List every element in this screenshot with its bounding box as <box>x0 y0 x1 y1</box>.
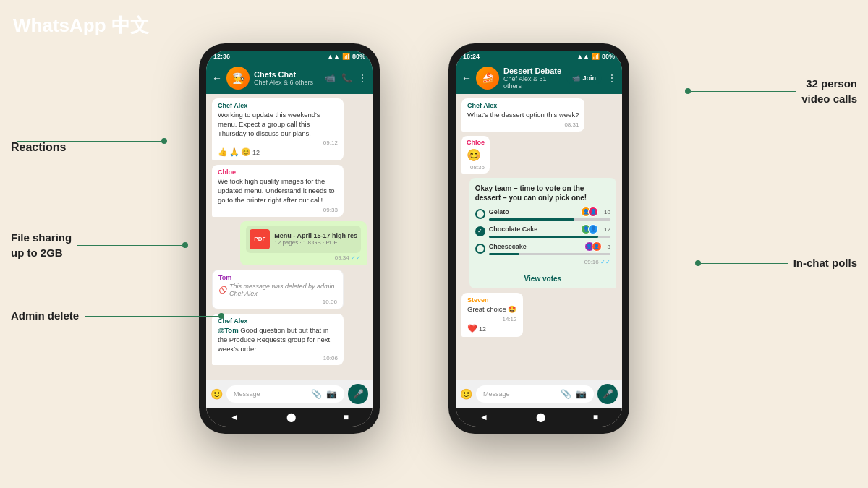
message-input-1[interactable]: Message 📎 📷 <box>226 385 344 403</box>
cheesecake-count: 3 <box>608 244 610 250</box>
cheesecake-label: Cheesecake <box>489 243 527 250</box>
admin-delete-label: Admin delete <box>11 309 79 322</box>
mic-btn-1[interactable]: 🎤 <box>348 384 368 404</box>
steven-reactions: ❤️ 12 <box>467 324 517 333</box>
msg-time-1: 09:12 <box>218 140 338 146</box>
poll-option-right-cheesecake: Cheesecake 👤 👤 3 <box>489 241 610 255</box>
avatar-chef-1: 👨‍🍳 <box>226 67 250 90</box>
choc-avatar-2: 👤 <box>588 224 598 234</box>
poll-option-row-gelato: Gelato 👤 👤 10 <box>489 207 610 217</box>
more-icon-2[interactable]: ⋮ <box>608 73 616 83</box>
square-nav-2[interactable]: ■ <box>593 412 598 422</box>
square-nav-1[interactable]: ■ <box>344 412 349 422</box>
home-nav-1[interactable]: ⬤ <box>286 412 296 422</box>
chocolate-bar-bg <box>489 236 610 238</box>
reaction-count-1: 12 <box>252 149 260 156</box>
chocolate-count: 12 <box>604 226 610 233</box>
input-placeholder-2: Message <box>483 390 510 398</box>
file-line <box>77 245 182 246</box>
deleted-time-1: 10:06 <box>218 299 337 305</box>
mention-tom: @Tom <box>218 326 239 334</box>
cheesecake-avatars: 👤 👤 <box>587 241 602 252</box>
deleted-text-1: 🚫 This message was deleted by admin Chef… <box>218 283 337 297</box>
message-input-2[interactable]: Message 📎 📷 <box>476 385 594 403</box>
sender-chef-alex-1: Chef Alex <box>218 102 338 109</box>
battery-2: 80% <box>602 53 615 60</box>
poll-option-gelato[interactable]: Gelato 👤 👤 10 <box>475 207 610 221</box>
file-sharing-label: File sharingup to 2GB <box>11 230 72 260</box>
deleted-content: This message was deleted by admin Chef A… <box>229 283 337 297</box>
back-nav-2[interactable]: ◄ <box>480 412 488 422</box>
home-nav-2[interactable]: ⬤ <box>536 412 545 422</box>
reaction-thumbs-1: 👍 <box>218 147 228 157</box>
back-nav-1[interactable]: ◄ <box>230 412 239 422</box>
steven-time: 14:12 <box>467 316 517 322</box>
chat-body-1: Chef Alex Working to update this weekend… <box>206 94 373 380</box>
back-arrow-1[interactable]: ← <box>212 72 222 84</box>
attach-icon-1[interactable]: 📎 <box>311 389 322 399</box>
poll-message: Okay team – time to vote on the dessert … <box>469 178 616 288</box>
gelato-avatar-2: 👤 <box>588 207 598 217</box>
join-button[interactable]: 📹 Join <box>566 72 602 84</box>
poll-option-right-chocolate: Chocolate Cake 👤 👤 12 <box>489 224 610 238</box>
nav-bar-2: ◄ ⬤ ■ <box>456 408 622 427</box>
chat-header-info-2: Dessert Debate Chef Alex & 31 others <box>503 67 562 90</box>
msg-text-chloe: We took high quality images for the upda… <box>218 177 338 205</box>
msg-text-q: What's the dessert option this week? <box>467 111 579 120</box>
phone-2: 16:24 ▲▲ 📶 80% ← 🍰 Dessert Debate Chef A… <box>448 43 629 434</box>
msg-text-1: Working to update this weekend's menu. E… <box>218 111 338 138</box>
view-votes-btn[interactable]: View votes <box>475 270 610 283</box>
file-info-1: Menu - April 15-17 high res 12 pages · 1… <box>274 232 357 246</box>
msg-time-chloe: 09:33 <box>218 207 338 213</box>
reaction-smile-1: 😊 <box>241 147 251 157</box>
chat-name-2: Dessert Debate <box>503 67 562 75</box>
emoji-icon-2[interactable]: 🙂 <box>460 388 472 400</box>
sender-chef-alex-q: Chef Alex <box>467 102 579 109</box>
sender-chloe-2: Chloe <box>467 139 485 146</box>
video-icon-join: 📹 <box>572 74 580 82</box>
attach-icon-2[interactable]: 📎 <box>561 389 571 399</box>
heart-count: 12 <box>479 325 486 333</box>
file-time-1: 09:34 <box>246 254 361 261</box>
camera-icon-2[interactable]: 📷 <box>576 389 587 399</box>
cheesecake-bar-bg <box>489 253 610 255</box>
chat-sub-1: Chef Alex & 6 others <box>254 79 320 86</box>
msg-time-reply: 10:06 <box>218 355 338 361</box>
gelato-bar-bg <box>489 218 610 221</box>
chat-header-info-1: Chefs Chat Chef Alex & 6 others <box>254 70 320 86</box>
chocolate-avatars: 👤 👤 <box>584 224 598 234</box>
status-icons-2: ▲▲ 📶 80% <box>576 53 615 60</box>
phone-2-screen: 16:24 ▲▲ 📶 80% ← 🍰 Dessert Debate Chef A… <box>456 51 622 427</box>
camera-icon-1[interactable]: 📷 <box>326 389 337 399</box>
poll-question: Okay team – time to vote on the dessert … <box>475 184 610 202</box>
phone-icon-1[interactable]: 📞 <box>341 73 352 83</box>
poll-option-chocolate[interactable]: ✓ Chocolate Cake 👤 👤 12 <box>475 224 610 238</box>
video-dot <box>685 88 691 94</box>
emoji-icon-1[interactable]: 🙂 <box>210 388 223 400</box>
back-arrow-2[interactable]: ← <box>461 72 472 84</box>
status-bar-2: 16:24 ▲▲ 📶 80% <box>456 51 622 62</box>
reactions-row-1: 👍 🙏 😊 12 <box>218 147 338 157</box>
sender-steven: Steven <box>467 296 517 304</box>
more-icon-1[interactable]: ⋮ <box>358 73 367 83</box>
reactions-line <box>17 141 161 142</box>
polls-dot <box>695 260 701 266</box>
mic-btn-2[interactable]: 🎤 <box>597 384 618 404</box>
polls-label: In-chat polls <box>793 257 857 269</box>
video-calls-label-container: 32 personvideo calls <box>801 76 857 106</box>
phone-1-screen: 12:36 ▲▲ 📶 80% ← 👨‍🍳 Chefs Chat Chef Ale… <box>206 51 373 427</box>
chocolate-bar <box>489 236 598 238</box>
gelato-avatars: 👤 👤 <box>584 207 598 217</box>
chat-sub-2: Chef Alex & 31 others <box>503 75 562 90</box>
chat-header-icons-2: 📹 Join ⋮ <box>566 72 616 84</box>
watermark: WhatsApp 中文 <box>13 13 149 38</box>
signal-icon-2: ▲▲ <box>576 53 590 60</box>
chloe-emoji: 😊 <box>467 147 485 163</box>
msg-time-q: 08:31 <box>467 121 579 128</box>
deleted-message-1: Tom 🚫 This message was deleted by admin … <box>212 270 344 309</box>
poll-option-cheesecake[interactable]: Cheesecake 👤 👤 3 <box>475 241 610 255</box>
video-call-icon-1[interactable]: 📹 <box>325 73 336 83</box>
gelato-count: 10 <box>604 209 610 215</box>
join-label: Join <box>582 74 596 82</box>
time-2: 16:24 <box>463 53 480 60</box>
